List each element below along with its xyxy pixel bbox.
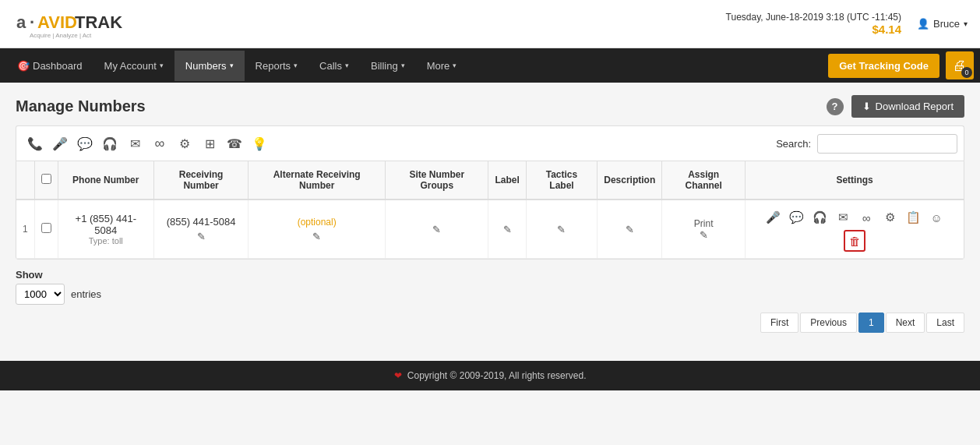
description-edit-icon[interactable]: ✎ [626, 224, 634, 235]
alternate-optional-link[interactable]: (optional) [255, 217, 379, 228]
col-label: Label [488, 161, 526, 200]
toolbar-headset-icon[interactable]: 🎧 [97, 131, 122, 156]
phone-type-value: Type: toll [65, 236, 147, 245]
settings-chat-icon[interactable]: 💬 [785, 207, 807, 228]
col-index [16, 161, 34, 200]
row-alternate: (optional) ✎ [249, 200, 386, 259]
row-tactics-label: ✎ [526, 200, 597, 259]
col-alternate-receiving: Alternate Receiving Number [249, 161, 386, 200]
row-checkbox[interactable] [41, 223, 51, 233]
col-site-number-groups: Site Number Groups [386, 161, 488, 200]
col-checkbox [34, 161, 58, 200]
pagination: First Previous 1 Next Last [16, 313, 964, 333]
settings-voicemail-icon[interactable]: ∞ [855, 207, 877, 228]
phone-number-value: +1 (855) 441-5084 [65, 213, 147, 236]
toolbar-email-icon[interactable]: ✉ [122, 131, 147, 156]
show-label: Show [16, 269, 964, 281]
toolbar-phone-icon[interactable]: 📞 [23, 131, 48, 156]
more-caret-icon: ▾ [453, 62, 457, 69]
tactics-edit-icon[interactable]: ✎ [557, 224, 566, 235]
user-name: Bruce [933, 18, 960, 30]
get-tracking-button[interactable]: Get Tracking Code [828, 54, 939, 78]
nav-bar: 🎯 Dashboard My Account ▾ Numbers ▾ Repor… [0, 48, 980, 83]
nav-my-account[interactable]: My Account ▾ [93, 51, 174, 81]
print-link[interactable]: Print [668, 218, 739, 229]
settings-gear-icon[interactable]: ⚙ [879, 207, 901, 228]
site-groups-edit-icon[interactable]: ✎ [432, 224, 441, 235]
toolbar-grid-icon[interactable]: ⊞ [197, 131, 222, 156]
billing-caret-icon: ▾ [401, 62, 405, 69]
delete-button[interactable]: 🗑 [844, 230, 865, 252]
settings-email-icon[interactable]: ✉ [832, 207, 854, 228]
search-input[interactable] [817, 134, 957, 154]
toolbar-phone2-icon[interactable]: ☎ [222, 131, 247, 156]
receiving-edit-icon[interactable]: ✎ [160, 231, 241, 242]
previous-page-button[interactable]: Previous [800, 313, 857, 333]
nav-billing[interactable]: Billing ▾ [360, 51, 416, 81]
toolbar-mic-icon[interactable]: 🎤 [48, 131, 72, 156]
alternate-edit-icon[interactable]: ✎ [255, 231, 379, 242]
settings-mic-icon[interactable]: 🎤 [762, 207, 784, 228]
search-label: Search: [776, 138, 811, 150]
svg-text:·: · [30, 12, 34, 32]
row-settings: 🎤 💬 🎧 ✉ ∞ ⚙ 📋 ☺ 🗑 [746, 200, 964, 259]
next-page-button[interactable]: Next [886, 313, 925, 333]
search-bar: Search: [776, 134, 957, 154]
calls-caret-icon: ▾ [345, 62, 349, 69]
help-icon[interactable]: ? [827, 98, 844, 115]
row-label: ✎ [488, 200, 526, 259]
settings-caller-id-icon[interactable]: 📋 [902, 207, 924, 228]
svg-text:AVID: AVID [37, 12, 77, 32]
svg-text:TRAK: TRAK [75, 12, 122, 32]
download-report-button[interactable]: ⬇ Download Report [851, 95, 964, 118]
col-receiving-number: Receiving Number [153, 161, 248, 200]
toolbar-chat-icon[interactable]: 💬 [72, 131, 97, 156]
copyright-text: Copyright © 2009-2019, All rights reserv… [407, 370, 587, 381]
row-phone: +1 (855) 441-5084 Type: toll [58, 200, 153, 259]
print-edit-icon[interactable]: ✎ [700, 229, 708, 241]
reports-caret-icon: ▾ [294, 62, 298, 69]
current-page-button[interactable]: 1 [858, 313, 884, 333]
select-all-checkbox[interactable] [41, 174, 51, 184]
show-select[interactable]: 10 25 50 100 500 1000 [16, 284, 65, 305]
header-right: ? ⬇ Download Report [827, 95, 964, 118]
col-settings: Settings [746, 161, 964, 200]
svg-text:a: a [16, 12, 26, 32]
toolbar-bulb-icon[interactable]: 💡 [247, 131, 272, 156]
toolbar-infinity-icon[interactable]: ∞ [147, 131, 172, 156]
toolbar-gear-icon[interactable]: ⚙ [172, 131, 197, 156]
nav-calls[interactable]: Calls ▾ [308, 51, 360, 81]
row-assign-channel: Print ✎ [662, 200, 746, 259]
receiving-number-value: (855) 441-5084 [160, 216, 241, 228]
datetime-display: Tuesday, June-18-2019 3:18 (UTC -11:45) … [726, 12, 901, 36]
numbers-table-container: Phone Number Receiving Number Alternate … [16, 161, 964, 260]
nav-dashboard[interactable]: 🎯 Dashboard [6, 51, 93, 81]
col-tactics-label: Tactics Label [526, 161, 597, 200]
notification-icon[interactable]: 🖨 0 [946, 51, 974, 79]
numbers-table: Phone Number Receiving Number Alternate … [16, 161, 964, 259]
top-right-info: Tuesday, June-18-2019 3:18 (UTC -11:45) … [726, 12, 968, 36]
table-row: 1 +1 (855) 441-5084 Type: toll (855) 441… [16, 200, 964, 259]
user-icon: 👤 [917, 18, 929, 30]
row-receiving: (855) 441-5084 ✎ [153, 200, 248, 259]
nav-numbers[interactable]: Numbers ▾ [174, 51, 245, 81]
balance-display: $4.14 [726, 23, 901, 36]
row-checkbox-cell [34, 200, 58, 259]
label-edit-icon[interactable]: ✎ [503, 224, 512, 235]
entries-label: entries [71, 288, 101, 300]
user-caret-icon: ▾ [964, 19, 968, 28]
settings-smiley-icon[interactable]: ☺ [925, 207, 947, 228]
section-header: Manage Numbers ? ⬇ Download Report [16, 95, 964, 118]
download-icon: ⬇ [862, 101, 871, 112]
logo: a · AVID TRAK Acquire | Analyze | Act [12, 6, 129, 41]
user-menu[interactable]: 👤 Bruce ▾ [917, 18, 968, 30]
nav-reports[interactable]: Reports ▾ [245, 51, 309, 81]
footer-icon: ❤ [394, 370, 402, 381]
last-page-button[interactable]: Last [926, 313, 964, 333]
top-bar: a · AVID TRAK Acquire | Analyze | Act Tu… [0, 0, 980, 48]
table-header-row: Phone Number Receiving Number Alternate … [16, 161, 964, 200]
settings-headset-icon[interactable]: 🎧 [809, 207, 830, 228]
nav-more[interactable]: More ▾ [416, 51, 468, 81]
toolbar: 📞 🎤 💬 🎧 ✉ ∞ ⚙ ⊞ ☎ 💡 Search: [16, 125, 964, 161]
first-page-button[interactable]: First [760, 313, 798, 333]
